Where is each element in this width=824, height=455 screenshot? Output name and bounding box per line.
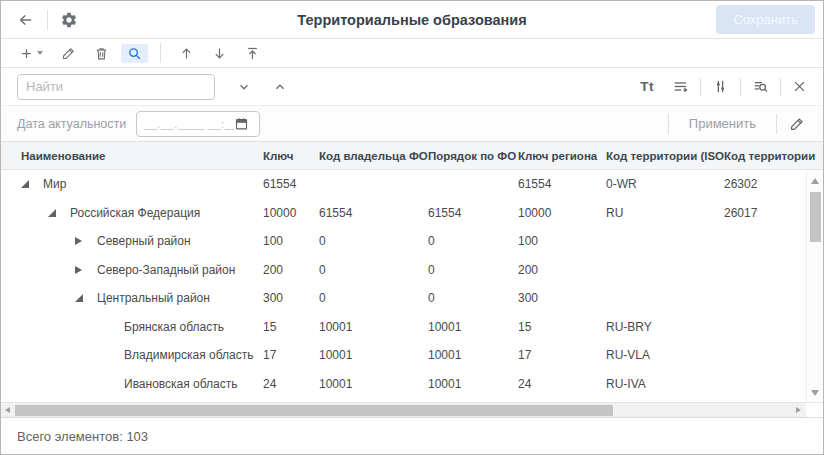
table-cell: 61554	[518, 177, 606, 191]
filter-divider	[776, 114, 777, 134]
column-header[interactable]: Код территории	[724, 150, 823, 162]
table-cell: 10000	[518, 206, 606, 220]
table-cell: 10001	[319, 320, 428, 334]
table-row[interactable]: Северный район10000100	[1, 227, 823, 256]
arrow-down-icon	[212, 46, 227, 61]
expand-node-icon[interactable]	[75, 234, 89, 248]
arrow-to-top-icon	[245, 46, 260, 61]
move-up-button[interactable]	[173, 44, 200, 63]
scroll-up-icon[interactable]	[811, 178, 819, 184]
table-cell: 10001	[428, 377, 518, 391]
collapse-node-icon[interactable]	[21, 177, 35, 191]
column-header[interactable]: Порядок по ФО	[428, 150, 518, 162]
lines-arrow-button[interactable]	[670, 76, 691, 97]
save-button[interactable]: Сохранить	[716, 5, 815, 34]
column-header[interactable]: Наименование	[1, 150, 263, 162]
back-arrow-icon	[17, 11, 35, 29]
table-cell: 15	[263, 320, 319, 334]
table-cell: 300	[518, 291, 606, 305]
expand-node-icon[interactable]	[75, 263, 89, 277]
table-cell: 61554	[263, 177, 319, 191]
topbar-divider	[47, 10, 48, 30]
table-row[interactable]: Мир61554615540-WR26302	[1, 170, 823, 199]
find-previous-button[interactable]	[273, 80, 287, 94]
date-input[interactable]	[144, 118, 234, 130]
settings-button[interactable]	[58, 9, 80, 31]
table-cell: RU	[606, 206, 724, 220]
back-button[interactable]	[15, 9, 37, 31]
table-cell: 200	[263, 263, 319, 277]
column-header[interactable]: Ключ региона	[518, 150, 606, 162]
tune-sliders-icon	[712, 78, 729, 95]
column-header[interactable]: Ключ	[263, 150, 319, 162]
table-cell: 61554	[319, 206, 428, 220]
table-row[interactable]: Российская Федерация10000615546155410000…	[1, 199, 823, 228]
table-cell: 0-WR	[606, 177, 724, 191]
table-cell: 0	[428, 263, 518, 277]
collapse-node-icon[interactable]	[75, 291, 89, 305]
close-search-button[interactable]	[790, 77, 809, 96]
column-header[interactable]: Код территории (ISO)	[606, 150, 724, 162]
table-cell: 10001	[428, 320, 518, 334]
table-cell: 17	[518, 348, 606, 362]
filter-actions: Применить	[658, 112, 811, 135]
table-row[interactable]: Брянская область15100011000115RU-BRY	[1, 313, 823, 342]
table-cell: 17	[263, 348, 319, 362]
pencil-icon	[789, 116, 805, 132]
table-cell: 10000	[263, 206, 319, 220]
scroll-right-icon[interactable]	[796, 407, 801, 413]
apply-button[interactable]: Применить	[679, 112, 766, 135]
search-input[interactable]	[17, 74, 215, 100]
options-divider	[780, 78, 781, 96]
table-cell: RU-VLA	[606, 348, 724, 362]
lines-arrow-icon	[672, 78, 689, 95]
table-cell: 24	[263, 377, 319, 391]
filter-settings-button[interactable]	[710, 76, 731, 97]
scroll-left-icon[interactable]	[5, 407, 10, 413]
add-button[interactable]	[13, 44, 49, 63]
match-case-button[interactable]: Tt	[640, 79, 654, 94]
toolbar	[1, 39, 823, 68]
table-cell: 100	[518, 234, 606, 248]
edit-filter-button[interactable]	[787, 114, 807, 134]
search-in-list-icon	[752, 78, 769, 95]
chevron-down-icon	[37, 51, 43, 55]
toolbar-divider	[160, 43, 161, 63]
table-cell: RU-IVA	[606, 377, 724, 391]
status-bar: Всего элементов: 103	[1, 417, 823, 454]
table-cell: 0	[428, 291, 518, 305]
column-header[interactable]: Код владельца ФО	[319, 150, 428, 162]
row-name: Российская Федерация	[70, 206, 200, 220]
horizontal-scrollbar[interactable]	[1, 402, 823, 417]
horizontal-scroll-thumb[interactable]	[15, 405, 613, 416]
vertical-scrollbar[interactable]	[806, 170, 823, 402]
edit-button[interactable]	[55, 44, 82, 63]
date-field[interactable]	[136, 111, 260, 137]
collapse-node-icon[interactable]	[48, 206, 62, 220]
page-title: Территориальные образования	[1, 12, 823, 28]
row-name: Мир	[43, 177, 66, 191]
move-down-button[interactable]	[206, 44, 233, 63]
table-row[interactable]: Центральный район30000300	[1, 284, 823, 313]
table-cell: 0	[319, 291, 428, 305]
table-row[interactable]: Ивановская область24100011000124RU-IVA	[1, 370, 823, 399]
close-icon	[792, 79, 807, 94]
table-cell: 10001	[319, 377, 428, 391]
table-cell: 300	[263, 291, 319, 305]
row-name: Владимирская область	[124, 348, 253, 362]
vertical-scroll-thumb[interactable]	[810, 192, 821, 242]
search-icon	[127, 46, 142, 61]
search-in-results-button[interactable]	[750, 76, 771, 97]
rows-container: Мир61554615540-WR26302Российская Федерац…	[1, 170, 823, 398]
table-cell: 100	[263, 234, 319, 248]
delete-button[interactable]	[88, 44, 115, 63]
find-next-button[interactable]	[237, 80, 251, 94]
search-toggle-button[interactable]	[121, 44, 148, 63]
table-row[interactable]: Северо-Западный район20000200	[1, 256, 823, 285]
move-to-top-button[interactable]	[239, 44, 266, 63]
scroll-down-icon[interactable]	[811, 390, 819, 396]
calendar-icon[interactable]	[234, 116, 249, 131]
table-row[interactable]: Владимирская область17100011000117RU-VLA	[1, 341, 823, 370]
pencil-icon	[61, 46, 76, 61]
table-cell: 0	[319, 234, 428, 248]
